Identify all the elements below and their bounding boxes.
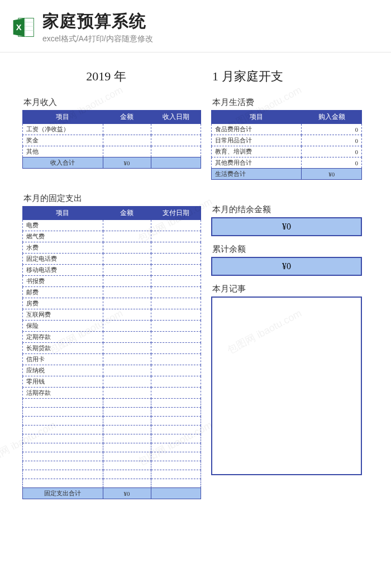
cell-date[interactable] xyxy=(151,408,201,417)
cell-amount[interactable] xyxy=(103,287,151,298)
cell-amount[interactable] xyxy=(103,452,151,461)
cell-date[interactable] xyxy=(151,309,201,321)
cell-item[interactable]: 长期贷款 xyxy=(23,343,103,354)
cell-amount[interactable]: 0 xyxy=(302,157,362,169)
cell-amount[interactable] xyxy=(103,479,151,488)
cell-item[interactable]: 保险 xyxy=(23,321,103,332)
cell-amount[interactable] xyxy=(103,332,151,343)
cell-date[interactable] xyxy=(151,399,201,408)
cell-amount[interactable] xyxy=(103,231,151,242)
income-table: 项目 金额 收入日期 工资（净收益）奖金其他 收入合计 ¥0 xyxy=(22,110,201,169)
cell-amount[interactable] xyxy=(103,443,151,452)
cell-date[interactable] xyxy=(151,461,201,470)
cell-item[interactable]: 书报费 xyxy=(23,276,103,287)
cell-amount[interactable] xyxy=(103,408,151,417)
cell-date[interactable] xyxy=(151,298,201,309)
cell-amount[interactable] xyxy=(103,470,151,479)
cell-item[interactable]: 教育、培训费 xyxy=(212,146,302,157)
cell-item[interactable]: 燃气费 xyxy=(23,231,103,242)
cell-item[interactable] xyxy=(23,434,103,443)
cell-amount[interactable] xyxy=(103,254,151,265)
cell-date[interactable] xyxy=(151,479,201,488)
cell-item[interactable]: 其他费用合计 xyxy=(212,157,302,169)
cell-amount[interactable] xyxy=(103,242,151,254)
cell-date[interactable] xyxy=(151,426,201,434)
cell-item[interactable]: 房费 xyxy=(23,298,103,309)
cell-item[interactable]: 活期存款 xyxy=(23,388,103,399)
cell-item[interactable]: 互联网费 xyxy=(23,309,103,321)
cell-item[interactable] xyxy=(23,443,103,452)
cell-date[interactable] xyxy=(151,287,201,298)
cell-date[interactable] xyxy=(151,417,201,426)
cell-date[interactable] xyxy=(151,343,201,354)
cell-amount[interactable] xyxy=(103,321,151,332)
cell-amount[interactable] xyxy=(103,417,151,426)
cell-item[interactable] xyxy=(23,417,103,426)
cell-item[interactable]: 日常用品合计 xyxy=(212,135,302,146)
cell-date[interactable] xyxy=(151,276,201,287)
cell-date[interactable] xyxy=(151,354,201,365)
cell-date[interactable] xyxy=(151,146,201,157)
cell-amount[interactable] xyxy=(103,365,151,376)
cell-item[interactable]: 邮费 xyxy=(23,287,103,298)
cell-date[interactable] xyxy=(151,231,201,242)
table-row: 零用钱 xyxy=(23,376,201,388)
cell-item[interactable]: 工资（净收益） xyxy=(23,124,103,135)
cell-amount[interactable]: 0 xyxy=(302,124,362,135)
cell-item[interactable] xyxy=(23,461,103,470)
cell-date[interactable] xyxy=(151,452,201,461)
cell-item[interactable] xyxy=(23,399,103,408)
cell-item[interactable]: 信用卡 xyxy=(23,354,103,365)
cell-amount[interactable] xyxy=(103,388,151,399)
cell-item[interactable]: 其他 xyxy=(23,146,103,157)
cell-date[interactable] xyxy=(151,124,201,135)
cell-item[interactable]: 零用钱 xyxy=(23,376,103,388)
table-row: 房费 xyxy=(23,298,201,309)
cell-item[interactable]: 电费 xyxy=(23,220,103,231)
cell-amount[interactable]: 0 xyxy=(302,135,362,146)
cell-date[interactable] xyxy=(151,376,201,388)
cell-amount[interactable] xyxy=(103,376,151,388)
cell-date[interactable] xyxy=(151,365,201,376)
cell-amount[interactable] xyxy=(103,309,151,321)
cell-date[interactable] xyxy=(151,242,201,254)
cell-date[interactable] xyxy=(151,434,201,443)
cell-item[interactable] xyxy=(23,452,103,461)
cell-date[interactable] xyxy=(151,470,201,479)
cell-date[interactable] xyxy=(151,135,201,146)
cell-item[interactable] xyxy=(23,408,103,417)
cell-item[interactable]: 奖金 xyxy=(23,135,103,146)
cell-date[interactable] xyxy=(151,443,201,452)
cell-item[interactable]: 食品费用合计 xyxy=(212,124,302,135)
cell-amount[interactable] xyxy=(103,354,151,365)
cell-amount[interactable]: 0 xyxy=(302,146,362,157)
cell-item[interactable]: 水费 xyxy=(23,242,103,254)
cell-amount[interactable] xyxy=(103,220,151,231)
cell-item[interactable]: 定期存款 xyxy=(23,332,103,343)
cell-amount[interactable] xyxy=(103,298,151,309)
cell-item[interactable] xyxy=(23,479,103,488)
cell-amount[interactable] xyxy=(103,426,151,434)
cell-date[interactable] xyxy=(151,321,201,332)
cell-item[interactable] xyxy=(23,470,103,479)
cell-date[interactable] xyxy=(151,388,201,399)
cell-amount[interactable] xyxy=(103,146,151,157)
cell-date[interactable] xyxy=(151,265,201,276)
cell-item[interactable] xyxy=(23,426,103,434)
cell-date[interactable] xyxy=(151,220,201,231)
cell-date[interactable] xyxy=(151,254,201,265)
cell-item[interactable]: 应纳税 xyxy=(23,365,103,376)
cell-amount[interactable] xyxy=(103,124,151,135)
notes-box[interactable] xyxy=(211,297,362,475)
cell-amount[interactable] xyxy=(103,434,151,443)
cell-amount[interactable] xyxy=(103,265,151,276)
header-title: 家庭预算系统 xyxy=(42,10,380,33)
cell-item[interactable]: 固定电话费 xyxy=(23,254,103,265)
cell-amount[interactable] xyxy=(103,135,151,146)
cell-amount[interactable] xyxy=(103,399,151,408)
cell-amount[interactable] xyxy=(103,461,151,470)
cell-item[interactable]: 移动电话费 xyxy=(23,265,103,276)
cell-date[interactable] xyxy=(151,332,201,343)
cell-amount[interactable] xyxy=(103,276,151,287)
cell-amount[interactable] xyxy=(103,343,151,354)
